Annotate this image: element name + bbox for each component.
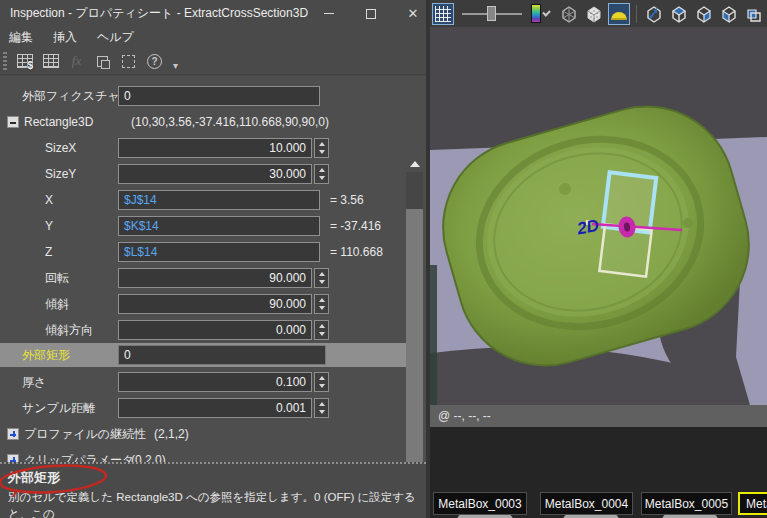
tab-metalbox-0005[interactable]: MetalBox_0005: [641, 492, 732, 515]
tilt-input[interactable]: 90.000: [118, 294, 312, 314]
maximize-button[interactable]: [350, 0, 392, 27]
maximize-icon: [366, 9, 376, 19]
view-top-button[interactable]: [668, 3, 690, 25]
help-button[interactable]: ?: [145, 52, 164, 70]
property-group-rectangle3d: Rectangle3D (10,30,3.56,-37.416,110.668,…: [0, 111, 406, 133]
sheet-values-button[interactable]: $: [15, 52, 34, 70]
colormap-gradient-icon: [531, 4, 541, 23]
rotation-spinner[interactable]: [314, 268, 329, 288]
group-value: (10,30,3.56,-37.416,110.668,90,90,0): [131, 115, 329, 129]
view-front-button[interactable]: [718, 3, 740, 25]
collapse-icon[interactable]: [7, 116, 19, 128]
z-formula-input[interactable]: $L$14: [118, 242, 320, 262]
view-back-button[interactable]: [743, 3, 765, 25]
mesh-view-button[interactable]: [558, 3, 580, 25]
opacity-slider[interactable]: [462, 3, 522, 25]
dome-shaded-icon: [611, 12, 627, 20]
view-isometric-button[interactable]: [643, 3, 665, 25]
property-label: 傾斜方向: [0, 322, 118, 339]
scrollbar-thumb[interactable]: [406, 209, 423, 499]
colormap-dropdown[interactable]: [530, 3, 556, 25]
y-formula-input[interactable]: $K$14: [118, 216, 320, 236]
tab-metalbox-selected[interactable]: Meta: [738, 492, 767, 515]
pattern-icon: [435, 6, 451, 22]
sizey-spinner[interactable]: [314, 164, 329, 184]
z-result-value: = 110.668: [330, 245, 383, 259]
tilt-spinner[interactable]: [314, 294, 329, 314]
minimize-button[interactable]: [308, 0, 350, 27]
sizex-input[interactable]: 10.000: [118, 138, 312, 158]
tab-metalbox-0004[interactable]: MetalBox_0004: [540, 492, 633, 515]
property-row-sizex: SizeX 10.000: [0, 137, 406, 159]
property-row-sizey: SizeY 30.000: [0, 163, 406, 185]
sizex-spinner[interactable]: [314, 138, 329, 158]
view-cube-arrow-icon: [644, 4, 664, 24]
slider-handle[interactable]: [487, 6, 496, 21]
property-row-tilt-direction: 傾斜方向 0.000: [0, 319, 406, 341]
property-row-sample-distance: サンプル距離 0.001: [0, 397, 406, 419]
texture-pattern-button[interactable]: [432, 3, 454, 25]
viewport-toolbar: [430, 0, 767, 27]
view-cube-back-icon: [744, 4, 764, 24]
property-row-y: Y $K$14 = -37.416: [0, 215, 406, 237]
property-label: 外部フィクスチャ: [0, 88, 118, 105]
fit-selection-button[interactable]: [119, 52, 138, 70]
view-bottom-button[interactable]: [693, 3, 715, 25]
minimize-icon: [324, 13, 334, 14]
y-result-value: = -37.416: [330, 219, 381, 233]
grid-view-button[interactable]: [41, 52, 60, 70]
pointcloud-view-button[interactable]: [583, 3, 605, 25]
external-fixture-input[interactable]: 0: [118, 86, 320, 106]
group-value: (2,1,2): [154, 427, 189, 441]
menu-insert[interactable]: 挿入: [53, 29, 77, 46]
viewport-panel: 2D @ --, --, -- MetalBox_0003 MetalBox_0…: [430, 0, 767, 518]
chevron-down-icon: [542, 8, 551, 17]
sample-distance-input[interactable]: 0.001: [118, 398, 312, 418]
preview-copy-button[interactable]: [93, 52, 112, 70]
sizey-input[interactable]: 30.000: [118, 164, 312, 184]
property-label: SizeY: [0, 167, 118, 181]
thickness-spinner[interactable]: [314, 372, 329, 392]
help-body: 別のセルで定義した Rectangle3D への参照を指定します。0 (OFF)…: [8, 489, 418, 518]
toolbar-grip-handle[interactable]: [3, 52, 7, 70]
property-row-external-rectangle-selected[interactable]: 外部矩形 0: [0, 343, 406, 367]
menu-edit[interactable]: 編集: [9, 29, 33, 46]
property-label: Z: [0, 245, 118, 259]
close-icon: ✕: [408, 6, 419, 21]
property-label: Y: [0, 219, 118, 233]
view-cube-top-icon: [669, 4, 689, 24]
rotation-input[interactable]: 90.000: [118, 268, 312, 288]
sample-distance-spinner[interactable]: [314, 398, 329, 418]
pointcloud-cube-icon: [584, 4, 604, 24]
tilt-direction-spinner[interactable]: [314, 320, 329, 340]
viewport-3d-scene[interactable]: 2D: [430, 27, 767, 405]
property-group-profile-continuity: プロファイルの継続性 (2,1,2): [0, 423, 406, 445]
expand-icon[interactable]: [7, 428, 19, 440]
property-label: SizeX: [0, 141, 118, 155]
tilt-direction-input[interactable]: 0.000: [118, 320, 312, 340]
property-label: 厚さ: [0, 374, 118, 391]
selection-frame-icon: [122, 55, 135, 68]
group-label: プロファイルの継続性: [24, 426, 146, 443]
toolbar-overflow-button[interactable]: ▾: [173, 60, 178, 74]
shaded-view-button[interactable]: [608, 3, 630, 25]
fx-icon: fx: [72, 53, 81, 69]
property-grid: 外部フィクスチャ 0 Rectangle3D (10,30,3.56,-37.4…: [0, 76, 426, 462]
menu-help[interactable]: ヘルプ: [97, 29, 134, 46]
property-label-highlighted: 外部矩形: [0, 347, 118, 364]
arrow-up-icon: [410, 161, 420, 167]
toolbar: $ fx ? ▾: [0, 48, 426, 75]
x-formula-input[interactable]: $J$14: [118, 190, 320, 210]
title-bar[interactable]: Inspection - プロパティシート - ExtractCrossSect…: [0, 0, 426, 27]
help-icon: ?: [147, 54, 162, 69]
external-rectangle-input[interactable]: 0: [118, 345, 326, 365]
scroll-up-button[interactable]: [406, 155, 423, 172]
help-title: 外部矩形: [8, 469, 60, 487]
help-description-pane: 外部矩形 別のセルで定義した Rectangle3D への参照を指定します。0 …: [0, 462, 426, 518]
table-grid-icon: [43, 54, 59, 68]
property-row-tilt: 傾斜 90.000: [0, 293, 406, 315]
toolbar-separator: [636, 5, 637, 23]
window-title: Inspection - プロパティシート - ExtractCrossSect…: [10, 5, 308, 22]
thickness-input[interactable]: 0.100: [118, 372, 312, 392]
tab-metalbox-0003[interactable]: MetalBox_0003: [433, 492, 527, 515]
